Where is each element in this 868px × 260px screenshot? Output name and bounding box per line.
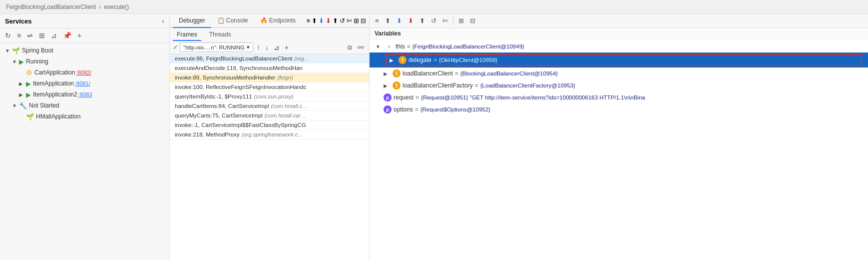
- item-app2-run-icon: ▶: [26, 91, 31, 98]
- sidebar-item-item-app[interactable]: ▶ ▶ ItemApplication :8081/: [0, 78, 169, 89]
- rt-table-btn[interactable]: ⊞: [456, 16, 466, 26]
- cart-app-badge: :8082/: [76, 70, 91, 76]
- right-toolbar: ≡ ⬆ ⬇ ⬇ ⬆ ↺ ✄ ⊞ ⊟: [370, 14, 868, 28]
- debugger-panel: Debugger 📋 Console 🔥 Endpoints ≡ ⬆ ⬇ ⬇ ⬆…: [170, 14, 370, 260]
- rt-upload-btn[interactable]: ⬆: [383, 16, 393, 26]
- sidebar-item-item-app2[interactable]: ▶ ▶ ItemApplication2 :8083: [0, 89, 169, 100]
- variables-title: Variables: [375, 30, 401, 37]
- var-value-this: {FeignBlockingLoadBalancerClient@10949}: [413, 44, 524, 50]
- collapse-edge-btn[interactable]: ‹: [162, 17, 164, 25]
- filter-button[interactable]: ⊿: [49, 30, 59, 40]
- pin-button[interactable]: 📌: [61, 30, 73, 40]
- debug-toolbar-cols[interactable]: ⊟: [361, 17, 366, 24]
- debug-toolbar-recycle[interactable]: ↺: [340, 17, 345, 24]
- var-name-options: options: [394, 106, 413, 113]
- sidebar-item-spring-boot[interactable]: ▼ 🌱 Spring Boot: [0, 45, 169, 56]
- variables-list: ▼ ≡ this = {FeignBlockingLoadBalancerCli…: [370, 40, 868, 260]
- thread-filter-btn[interactable]: ⊿: [272, 43, 281, 52]
- item-app2-badge: :8083: [78, 92, 92, 98]
- thread-up-btn[interactable]: ↑: [255, 43, 262, 52]
- item-app-run-icon: ▶: [26, 80, 31, 88]
- var-icon-request: p: [384, 94, 392, 102]
- services-sidebar: Services ‹ ↻ ≡ ⇌ ⊞ ⊿ 📌 + ▼ 🌱 Spring Boot: [0, 14, 170, 260]
- var-arrow-lbc[interactable]: ▶: [384, 71, 392, 76]
- refresh-button[interactable]: ↻: [3, 30, 13, 40]
- group-button[interactable]: ⊞: [37, 30, 47, 40]
- sidebar-item-cart-app[interactable]: ⚙ CartApplication :8082/: [0, 67, 169, 78]
- debug-toolbar-table[interactable]: ⊞: [354, 17, 359, 24]
- cart-app-icon: ⚙: [26, 68, 32, 76]
- frames-list: execute:86, FeignBlockingLoadBalancerCli…: [170, 54, 369, 260]
- align-top-button[interactable]: ≡: [15, 30, 23, 40]
- var-row-lbc[interactable]: ▶ f loadBalancerClient = {BlockingLoadBa…: [370, 68, 868, 80]
- variables-header: Variables: [370, 28, 868, 40]
- hmall-app-label: HMallApplication: [36, 113, 80, 120]
- var-value-lbcf: {LoadBalancerClientFactory@10953}: [480, 82, 575, 88]
- rt-cols-btn[interactable]: ⊟: [467, 16, 478, 26]
- item-app-badge: :8081/: [75, 80, 90, 86]
- thread-dropdown[interactable]: "http-nio-…n": RUNNING ▾: [180, 42, 253, 52]
- frame-row-5[interactable]: queryItemByIds:-1, $Proxy111 (com.sun.pr…: [170, 92, 369, 102]
- rt-download-blue-btn[interactable]: ⬇: [394, 16, 405, 26]
- var-row-options[interactable]: p options = {Request$Options@10952}: [370, 104, 868, 116]
- frame-row-9[interactable]: invoke:218, MethodProxy (org.springframe…: [170, 130, 369, 140]
- debug-top-tabs: Debugger 📋 Console 🔥 Endpoints ≡ ⬆ ⬇ ⬇ ⬆…: [170, 14, 369, 28]
- rt-menu-btn[interactable]: ≡: [373, 16, 382, 26]
- debug-toolbar-menu[interactable]: ≡: [306, 17, 310, 24]
- wrench-icon: 🔧: [19, 102, 27, 110]
- var-name-request: request: [394, 94, 414, 101]
- sidebar-header: Services ‹: [0, 14, 169, 28]
- sub-tab-threads[interactable]: Threads: [205, 29, 235, 41]
- var-row-lbcf[interactable]: ▶ f loadBalancerClientFactory = {LoadBal…: [370, 80, 868, 92]
- dropdown-arrow: ▾: [247, 44, 250, 50]
- sidebar-title: Services: [5, 18, 32, 25]
- copy-btn[interactable]: ⧉: [346, 44, 354, 52]
- add-button[interactable]: +: [75, 30, 83, 40]
- var-row-this[interactable]: ▼ ≡ this = {FeignBlockingLoadBalancerCli…: [370, 40, 868, 52]
- frame-row-7[interactable]: queryMyCarts:75, CartServiceImpl (com.hm…: [170, 111, 369, 120]
- var-row-request[interactable]: p request = {Request@10951} "GET http://…: [370, 92, 868, 104]
- frame-row-8[interactable]: invoke:-1, CartServiceImpl$$FastClassByS…: [170, 120, 369, 130]
- rt-up-btn[interactable]: ⬆: [417, 16, 428, 26]
- var-name-this: this: [396, 43, 405, 50]
- tab-endpoints[interactable]: 🔥 Endpoints: [254, 14, 302, 28]
- debug-toolbar-up[interactable]: ⬆: [312, 17, 317, 24]
- running-label: Running: [26, 58, 48, 65]
- var-row-delegate[interactable]: ▶ f delegate = {OkHttpClient@10959}: [370, 52, 868, 68]
- frame-row-2[interactable]: executeAndDecode:119, SynchronousMethodH…: [170, 64, 369, 73]
- thread-add-btn[interactable]: +: [283, 43, 290, 52]
- debug-toolbar-dl-blue[interactable]: ⬇: [319, 17, 324, 24]
- variables-panel: ≡ ⬆ ⬇ ⬇ ⬆ ↺ ✄ ⊞ ⊟ Variables ▼ ≡ this = {…: [370, 14, 868, 260]
- var-icon-this: ≡: [385, 44, 394, 50]
- debug-toolbar-up2[interactable]: ⬆: [333, 17, 338, 24]
- var-arrow-this[interactable]: ▼: [376, 44, 384, 50]
- rt-recycle-btn[interactable]: ↺: [429, 16, 439, 26]
- tab-debugger[interactable]: Debugger: [173, 14, 211, 28]
- align-distribute-button[interactable]: ⇌: [25, 30, 35, 40]
- sidebar-toolbar: ↻ ≡ ⇌ ⊞ ⊿ 📌 +: [0, 28, 169, 43]
- thread-name: "http-nio-…n": RUNNING: [183, 44, 245, 50]
- frame-row-4[interactable]: invoke:100, ReflectiveFeignSFeignInvocat…: [170, 82, 369, 92]
- frame-row-1[interactable]: execute:86, FeignBlockingLoadBalancerCli…: [170, 54, 369, 64]
- breadcrumb-separator: ›: [99, 4, 101, 10]
- frame-row-6[interactable]: handleCartItems:84, CartServiceImpl (com…: [170, 102, 369, 111]
- var-icon-options: p: [384, 106, 392, 114]
- var-arrow-delegate[interactable]: ▶: [390, 58, 398, 63]
- sidebar-item-running[interactable]: ▼ ▶ Running: [0, 56, 169, 67]
- var-name-lbc: loadBalancerClient: [403, 70, 453, 77]
- endpoints-icon: 🔥: [260, 17, 268, 24]
- sub-tab-frames[interactable]: Frames: [173, 29, 201, 41]
- thread-down-btn[interactable]: ↓: [264, 43, 270, 52]
- rt-download-red-btn[interactable]: ⬇: [406, 16, 416, 26]
- debug-toolbar-dl-red[interactable]: ⬇: [326, 17, 331, 24]
- var-arrow-lbcf[interactable]: ▶: [384, 83, 392, 88]
- var-icon-lbc: f: [393, 70, 401, 78]
- sidebar-item-not-started[interactable]: ▼ 🔧 Not Started: [0, 100, 169, 111]
- not-started-label: Not Started: [29, 102, 59, 109]
- tab-console[interactable]: 📋 Console: [211, 14, 254, 28]
- debug-toolbar-cut[interactable]: ✄: [347, 17, 352, 24]
- glasses-btn[interactable]: 👓: [356, 44, 366, 52]
- sidebar-item-hmall-app[interactable]: 🌱 HMallApplication: [0, 111, 169, 122]
- rt-cut-btn[interactable]: ✄: [440, 16, 450, 26]
- frame-row-3[interactable]: invoke:89, SynchronousMethodHandler (fei…: [170, 73, 369, 82]
